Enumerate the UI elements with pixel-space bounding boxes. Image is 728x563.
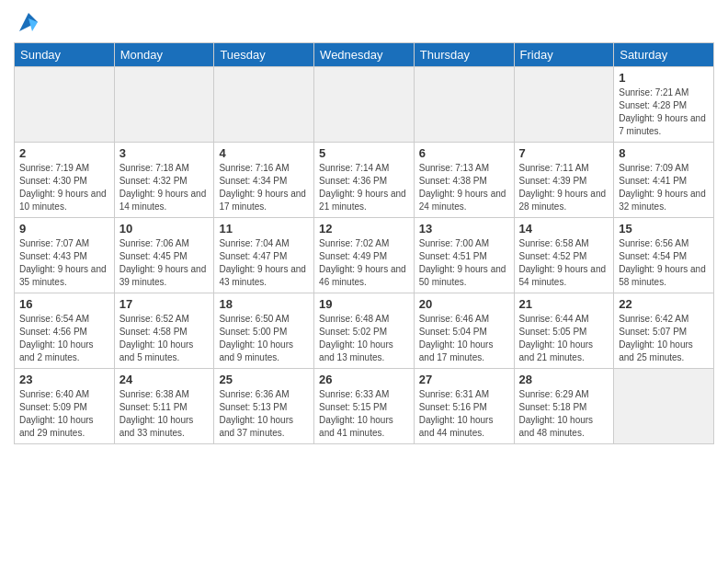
day-info: Sunrise: 7:06 AM Sunset: 4:45 PM Dayligh… [119, 237, 210, 289]
day-number: 15 [619, 222, 709, 236]
day-number: 24 [119, 373, 210, 386]
weekday-header-row: SundayMondayTuesdayWednesdayThursdayFrid… [15, 43, 714, 67]
day-info: Sunrise: 7:09 AM Sunset: 4:41 PM Dayligh… [619, 162, 709, 213]
day-number: 27 [419, 373, 509, 386]
weekday-header-saturday: Saturday [614, 43, 714, 67]
day-number: 6 [419, 146, 509, 160]
calendar-cell: 17Sunrise: 6:52 AM Sunset: 4:58 PM Dayli… [114, 293, 214, 369]
calendar-cell [314, 67, 415, 143]
day-info: Sunrise: 6:56 AM Sunset: 4:54 PM Dayligh… [619, 237, 709, 289]
day-number: 2 [19, 146, 109, 160]
calendar-cell: 3Sunrise: 7:18 AM Sunset: 4:32 PM Daylig… [114, 143, 214, 218]
calendar-cell: 5Sunrise: 7:14 AM Sunset: 4:36 PM Daylig… [314, 143, 415, 218]
day-number: 8 [619, 146, 709, 160]
calendar-cell [414, 67, 514, 143]
day-number: 7 [519, 146, 609, 160]
calendar-cell: 13Sunrise: 7:00 AM Sunset: 4:51 PM Dayli… [414, 218, 514, 293]
day-number: 14 [519, 222, 609, 236]
calendar-cell [514, 67, 614, 143]
calendar-cell [15, 67, 115, 143]
day-info: Sunrise: 6:44 AM Sunset: 5:05 PM Dayligh… [519, 313, 609, 364]
day-number: 13 [419, 222, 509, 236]
day-info: Sunrise: 7:04 AM Sunset: 4:47 PM Dayligh… [219, 237, 309, 289]
calendar-cell: 10Sunrise: 7:06 AM Sunset: 4:45 PM Dayli… [114, 218, 214, 293]
weekday-header-wednesday: Wednesday [314, 43, 415, 67]
day-info: Sunrise: 6:31 AM Sunset: 5:16 PM Dayligh… [419, 388, 509, 440]
calendar-cell: 27Sunrise: 6:31 AM Sunset: 5:16 PM Dayli… [414, 369, 514, 444]
day-number: 1 [619, 71, 709, 85]
day-info: Sunrise: 7:16 AM Sunset: 4:34 PM Dayligh… [219, 162, 309, 213]
week-row-1: 1Sunrise: 7:21 AM Sunset: 4:28 PM Daylig… [15, 67, 714, 143]
calendar-cell: 23Sunrise: 6:40 AM Sunset: 5:09 PM Dayli… [15, 369, 115, 444]
calendar-cell: 18Sunrise: 6:50 AM Sunset: 5:00 PM Dayli… [214, 293, 314, 369]
calendar-cell: 8Sunrise: 7:09 AM Sunset: 4:41 PM Daylig… [614, 143, 714, 218]
page: SundayMondayTuesdayWednesdayThursdayFrid… [0, 0, 728, 563]
day-number: 17 [119, 297, 210, 311]
day-info: Sunrise: 6:42 AM Sunset: 5:07 PM Dayligh… [619, 313, 709, 364]
day-info: Sunrise: 6:38 AM Sunset: 5:11 PM Dayligh… [119, 388, 210, 440]
day-number: 11 [219, 222, 309, 236]
calendar-cell: 12Sunrise: 7:02 AM Sunset: 4:49 PM Dayli… [314, 218, 415, 293]
calendar-cell: 1Sunrise: 7:21 AM Sunset: 4:28 PM Daylig… [614, 67, 714, 143]
calendar-cell: 15Sunrise: 6:56 AM Sunset: 4:54 PM Dayli… [614, 218, 714, 293]
day-number: 19 [319, 297, 409, 311]
day-info: Sunrise: 7:00 AM Sunset: 4:51 PM Dayligh… [419, 237, 509, 289]
day-info: Sunrise: 7:18 AM Sunset: 4:32 PM Dayligh… [119, 162, 210, 213]
weekday-header-sunday: Sunday [15, 43, 115, 67]
day-number: 28 [519, 373, 609, 386]
calendar-cell: 22Sunrise: 6:42 AM Sunset: 5:07 PM Dayli… [614, 293, 714, 369]
day-number: 20 [419, 297, 509, 311]
logo-icon [16, 9, 41, 35]
day-info: Sunrise: 7:02 AM Sunset: 4:49 PM Dayligh… [319, 237, 409, 289]
calendar-cell: 24Sunrise: 6:38 AM Sunset: 5:11 PM Dayli… [114, 369, 214, 444]
calendar-cell: 19Sunrise: 6:48 AM Sunset: 5:02 PM Dayli… [314, 293, 415, 369]
day-info: Sunrise: 7:13 AM Sunset: 4:38 PM Dayligh… [419, 162, 509, 213]
day-number: 9 [19, 222, 109, 236]
day-info: Sunrise: 7:14 AM Sunset: 4:36 PM Dayligh… [319, 162, 409, 213]
week-row-3: 9Sunrise: 7:07 AM Sunset: 4:43 PM Daylig… [15, 218, 714, 293]
day-info: Sunrise: 6:52 AM Sunset: 4:58 PM Dayligh… [119, 313, 210, 364]
calendar-cell: 26Sunrise: 6:33 AM Sunset: 5:15 PM Dayli… [314, 369, 415, 444]
calendar-cell: 16Sunrise: 6:54 AM Sunset: 4:56 PM Dayli… [15, 293, 115, 369]
weekday-header-tuesday: Tuesday [214, 43, 314, 67]
day-number: 22 [619, 297, 709, 311]
calendar: SundayMondayTuesdayWednesdayThursdayFrid… [14, 42, 714, 444]
day-info: Sunrise: 7:21 AM Sunset: 4:28 PM Dayligh… [619, 86, 709, 138]
week-row-4: 16Sunrise: 6:54 AM Sunset: 4:56 PM Dayli… [15, 293, 714, 369]
day-number: 5 [319, 146, 409, 160]
header [14, 9, 714, 35]
day-number: 23 [19, 373, 109, 386]
day-number: 12 [319, 222, 409, 236]
day-info: Sunrise: 6:40 AM Sunset: 5:09 PM Dayligh… [19, 388, 109, 440]
weekday-header-monday: Monday [114, 43, 214, 67]
day-info: Sunrise: 6:46 AM Sunset: 5:04 PM Dayligh… [419, 313, 509, 364]
calendar-cell: 4Sunrise: 7:16 AM Sunset: 4:34 PM Daylig… [214, 143, 314, 218]
day-number: 18 [219, 297, 309, 311]
calendar-cell [114, 67, 214, 143]
calendar-cell: 9Sunrise: 7:07 AM Sunset: 4:43 PM Daylig… [15, 218, 115, 293]
day-info: Sunrise: 6:36 AM Sunset: 5:13 PM Dayligh… [219, 388, 309, 440]
logo [14, 9, 41, 35]
calendar-cell: 20Sunrise: 6:46 AM Sunset: 5:04 PM Dayli… [414, 293, 514, 369]
calendar-cell: 25Sunrise: 6:36 AM Sunset: 5:13 PM Dayli… [214, 369, 314, 444]
week-row-5: 23Sunrise: 6:40 AM Sunset: 5:09 PM Dayli… [15, 369, 714, 444]
calendar-cell: 21Sunrise: 6:44 AM Sunset: 5:05 PM Dayli… [514, 293, 614, 369]
day-info: Sunrise: 6:48 AM Sunset: 5:02 PM Dayligh… [319, 313, 409, 364]
calendar-cell: 7Sunrise: 7:11 AM Sunset: 4:39 PM Daylig… [514, 143, 614, 218]
weekday-header-friday: Friday [514, 43, 614, 67]
day-number: 3 [119, 146, 210, 160]
day-info: Sunrise: 6:29 AM Sunset: 5:18 PM Dayligh… [519, 388, 609, 440]
day-number: 10 [119, 222, 210, 236]
day-number: 21 [519, 297, 609, 311]
calendar-cell: 14Sunrise: 6:58 AM Sunset: 4:52 PM Dayli… [514, 218, 614, 293]
calendar-cell: 6Sunrise: 7:13 AM Sunset: 4:38 PM Daylig… [414, 143, 514, 218]
calendar-cell: 11Sunrise: 7:04 AM Sunset: 4:47 PM Dayli… [214, 218, 314, 293]
calendar-cell: 2Sunrise: 7:19 AM Sunset: 4:30 PM Daylig… [15, 143, 115, 218]
day-info: Sunrise: 6:58 AM Sunset: 4:52 PM Dayligh… [519, 237, 609, 289]
week-row-2: 2Sunrise: 7:19 AM Sunset: 4:30 PM Daylig… [15, 143, 714, 218]
day-number: 4 [219, 146, 309, 160]
day-info: Sunrise: 6:54 AM Sunset: 4:56 PM Dayligh… [19, 313, 109, 364]
day-number: 25 [219, 373, 309, 386]
day-number: 26 [319, 373, 409, 386]
calendar-cell [214, 67, 314, 143]
